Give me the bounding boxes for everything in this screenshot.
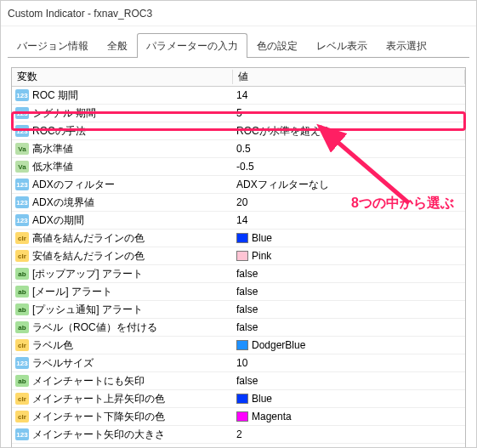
param-row[interactable]: 123ADXの境界値20 — [12, 194, 465, 212]
window-title: Custom Indicator - fxnav_ROC3 — [8, 8, 152, 20]
grid-body: 123ROC 期間14123シグナル 期間5123ROCの手法ROCが水準を超え… — [12, 87, 465, 444]
param-value: ROCが水準を超える — [236, 124, 331, 139]
param-value-cell[interactable]: 2 — [233, 428, 465, 440]
param-name: ADXの境界値 — [32, 196, 94, 210]
bool-type-icon: ab — [15, 286, 29, 298]
param-row[interactable]: 123シグナル 期間5 — [12, 105, 465, 122]
grid-header: 変数 値 — [12, 68, 465, 87]
param-row[interactable]: ab[ポップアップ] アラートfalse — [12, 265, 465, 283]
int-type-icon: 123 — [15, 357, 29, 369]
int-type-icon: 123 — [15, 428, 29, 440]
bool-type-icon: ab — [15, 321, 29, 333]
param-name-cell: 123ROC 期間 — [12, 88, 233, 103]
param-value-cell[interactable]: DodgerBlue — [233, 339, 465, 351]
color-swatch — [236, 340, 248, 350]
param-value: false — [236, 303, 258, 315]
color-type-icon: clr — [15, 411, 29, 422]
param-row[interactable]: 123ROCの手法ROCが水準を超える — [12, 122, 465, 140]
param-row[interactable]: clrメインチャート上昇矢印の色Blue — [12, 390, 465, 408]
int-type-icon: 123 — [15, 107, 29, 119]
tab-2[interactable]: パラメーターの入力 — [137, 33, 247, 58]
param-name: メインチャート上昇矢印の色 — [32, 392, 165, 406]
param-name: ラベルサイズ — [32, 356, 94, 371]
param-value-cell[interactable]: 10 — [233, 357, 465, 369]
param-name-cell: ab[ポップアップ] アラート — [12, 267, 233, 281]
color-type-icon: clr — [15, 250, 29, 262]
bool-type-icon: ab — [15, 375, 29, 387]
param-value-cell[interactable]: false — [233, 286, 465, 298]
param-value: ADXフィルターなし — [236, 178, 329, 192]
param-name-cell: 123ADXのフィルター — [12, 178, 233, 192]
param-value-cell[interactable]: ROCが水準を超える — [233, 124, 465, 139]
param-row[interactable]: abメインチャートにも矢印false — [12, 372, 465, 390]
param-value-cell[interactable]: false — [233, 375, 465, 387]
param-value-cell[interactable]: 5 — [233, 107, 465, 119]
tab-4[interactable]: レベル表示 — [307, 33, 377, 58]
param-value-cell[interactable]: Pink — [233, 250, 465, 262]
param-value: false — [236, 321, 258, 333]
bool-type-icon: ab — [15, 268, 29, 280]
param-row[interactable]: clrラベル色DodgerBlue — [12, 337, 465, 354]
param-name: 高値を結んだラインの色 — [32, 231, 145, 246]
tab-5[interactable]: 表示選択 — [377, 33, 436, 58]
param-value-cell[interactable]: false — [233, 268, 465, 280]
param-value-cell[interactable]: 0.5 — [233, 143, 465, 155]
param-name: メインチャートにも矢印 — [32, 374, 145, 388]
header-value[interactable]: 値 — [233, 70, 465, 84]
param-value: -0.5 — [236, 161, 254, 173]
param-value-cell[interactable]: Blue — [233, 393, 465, 405]
param-value-cell[interactable]: false — [233, 321, 465, 333]
param-name-cell: Va高水準値 — [12, 142, 233, 156]
bool-type-icon: ab — [15, 303, 29, 315]
tab-1[interactable]: 全般 — [98, 33, 137, 58]
param-value-cell[interactable]: 14 — [233, 89, 465, 101]
tab-0[interactable]: バージョン情報 — [8, 33, 98, 58]
param-value: 14 — [236, 89, 247, 101]
param-value: false — [236, 375, 258, 387]
param-row[interactable]: Va低水準値-0.5 — [12, 158, 465, 176]
param-value: 0.5 — [236, 143, 251, 155]
param-value: Pink — [252, 250, 271, 262]
param-name-cell: clrラベル色 — [12, 338, 233, 353]
int-type-icon: 123 — [15, 179, 29, 190]
param-value-cell[interactable]: Blue — [233, 232, 465, 244]
param-name-cell: ab[メール] アラート — [12, 285, 233, 299]
param-value-cell[interactable]: 20 — [233, 196, 465, 208]
param-row[interactable]: 123ADXのフィルターADXフィルターなし — [12, 176, 465, 194]
param-name-cell: Va低水準値 — [12, 160, 233, 174]
param-value: 5 — [236, 107, 242, 119]
param-row[interactable]: 123ROC 期間14 — [12, 87, 465, 105]
param-value-cell[interactable]: -0.5 — [233, 161, 465, 173]
param-row[interactable]: clrメインチャート下降矢印の色Magenta — [12, 408, 465, 426]
param-row[interactable]: clr安値を結んだラインの色Pink — [12, 247, 465, 265]
param-name: メインチャート下降矢印の色 — [32, 410, 165, 424]
window-titlebar: Custom Indicator - fxnav_ROC3 — [1, 1, 476, 26]
param-value-cell[interactable]: false — [233, 303, 465, 315]
int-type-icon: 123 — [15, 125, 29, 137]
param-row[interactable]: clr高値を結んだラインの色Blue — [12, 230, 465, 247]
param-row[interactable]: abラベル（ROC値）を付けるfalse — [12, 319, 465, 337]
param-name-cell: 123ADXの境界値 — [12, 196, 233, 210]
param-name-cell: abラベル（ROC値）を付ける — [12, 320, 233, 335]
param-value-cell[interactable]: 14 — [233, 214, 465, 226]
param-row[interactable]: 123ラベルサイズ10 — [12, 354, 465, 372]
param-name-cell: ab[プッシュ通知] アラート — [12, 303, 233, 317]
param-row[interactable]: Va高水準値0.5 — [12, 140, 465, 158]
param-row[interactable]: ab[メール] アラートfalse — [12, 283, 465, 301]
param-name-cell: clr安値を結んだラインの色 — [12, 249, 233, 264]
param-value: 20 — [236, 196, 247, 208]
header-variable[interactable]: 変数 — [12, 70, 233, 84]
param-value: false — [236, 268, 258, 280]
param-row[interactable]: ab[プッシュ通知] アラートfalse — [12, 301, 465, 319]
param-value-cell[interactable]: ADXフィルターなし — [233, 178, 465, 192]
int-type-icon: 123 — [15, 196, 29, 208]
param-row[interactable]: 123メインチャート矢印の大きさ2 — [12, 426, 465, 444]
param-name: ROCの手法 — [32, 124, 86, 139]
param-value-cell[interactable]: Magenta — [233, 411, 465, 422]
param-value: 10 — [236, 357, 247, 369]
param-name: 高水準値 — [32, 142, 73, 156]
parameters-panel: 変数 値 123ROC 期間14123シグナル 期間5123ROCの手法ROCが… — [11, 67, 466, 448]
param-name-cell: 123ROCの手法 — [12, 124, 233, 139]
tab-3[interactable]: 色の設定 — [247, 33, 307, 58]
param-row[interactable]: 123ADXの期間14 — [12, 212, 465, 230]
